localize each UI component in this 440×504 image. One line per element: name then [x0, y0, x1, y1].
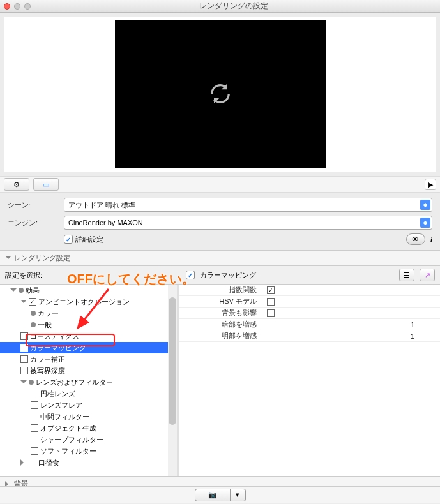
play-icon: ▶	[428, 181, 433, 189]
panels: 効果 アンビエントオクルージョン カラー 一般 コースティクス カラーマッピング…	[0, 285, 440, 476]
prop-dark: 暗部を増感1	[179, 319, 440, 330]
tree-checkbox[interactable]	[31, 436, 38, 443]
tree-panel: 効果 アンビエントオクルージョン カラー 一般 コースティクス カラーマッピング…	[0, 285, 179, 476]
bullet-icon	[19, 288, 24, 293]
play-button[interactable]: ▶	[425, 179, 436, 190]
dark-value[interactable]: 1	[411, 321, 414, 329]
export-button[interactable]: ↗	[420, 269, 435, 281]
bullet-icon	[29, 380, 34, 385]
tree-checkbox[interactable]	[20, 332, 28, 340]
tree-colorcorrect[interactable]: カラー補正	[0, 353, 177, 365]
rendering-section-label: レンダリング設定	[14, 253, 70, 263]
tree-objgen[interactable]: オブジェクト生成	[0, 422, 177, 434]
list-icon: ☰	[404, 271, 410, 279]
prop-bg: 背景も影響	[179, 308, 440, 319]
list-view-button[interactable]: ☰	[399, 269, 414, 281]
preview-toolbar: ⚙ ▭ ▶	[0, 176, 440, 193]
tree-checkbox[interactable]	[20, 344, 28, 352]
engine-label: エンジン:	[8, 218, 59, 228]
camera-button[interactable]: 📷	[195, 489, 231, 501]
rendering-section-header[interactable]: レンダリング設定	[0, 250, 440, 266]
settings-select-row: 設定を選択: カラーマッピング ☰ ↗	[0, 266, 440, 285]
tree-effects[interactable]: 効果	[0, 285, 177, 296]
bg-checkbox[interactable]	[267, 309, 275, 317]
tree-softfilter[interactable]: ソフトフィルター	[0, 445, 177, 457]
export-icon: ↗	[425, 271, 430, 279]
chevron-down-icon: ▾	[236, 491, 239, 499]
disclosure-triangle-icon	[5, 256, 11, 262]
scene-value: アウトドア 晴れ 標準	[68, 200, 135, 210]
minimize-button[interactable]	[14, 3, 20, 10]
detail-checkbox[interactable]	[64, 235, 73, 244]
tree-caustics[interactable]: コースティクス	[0, 330, 177, 342]
hsv-checkbox[interactable]	[267, 298, 275, 306]
chevron-icon	[10, 288, 17, 295]
tree-color[interactable]: カラー	[0, 308, 177, 319]
sync-view-button[interactable]: ▭	[33, 178, 59, 191]
preview-frame	[4, 17, 436, 172]
settings-button[interactable]: ⚙	[4, 178, 29, 191]
tree-lensflare[interactable]: レンズフレア	[0, 399, 177, 411]
tree-lensfilter[interactable]: レンズおよびフィルター	[0, 376, 177, 388]
tree-checkbox[interactable]	[31, 401, 38, 409]
gear-icon: ⚙	[13, 181, 20, 189]
preview-canvas	[115, 20, 326, 168]
dropdown-arrows-icon	[420, 200, 430, 210]
tree-checkbox[interactable]	[31, 390, 38, 397]
preview-area	[0, 13, 440, 176]
scene-label: シーン:	[8, 200, 59, 210]
prop-hsv: HSV モデル	[179, 296, 440, 308]
engine-value: CineRender by MAXON	[68, 219, 143, 226]
refresh-icon	[208, 81, 233, 108]
chevron-icon	[20, 300, 27, 306]
tree-checkbox[interactable]	[31, 424, 38, 432]
tree-dof[interactable]: 被写界深度	[0, 365, 177, 376]
form-area: シーン: アウトドア 晴れ 標準 エンジン: CineRender by MAX…	[0, 193, 440, 250]
tree-checkbox[interactable]	[20, 355, 28, 363]
tree-checkbox[interactable]	[31, 447, 38, 455]
scrollbar[interactable]	[168, 285, 177, 476]
detail-label: 詳細設定	[75, 235, 103, 244]
window-icon: ▭	[43, 181, 49, 189]
colormapping-header-label: カラーマッピング	[200, 271, 256, 280]
engine-select[interactable]: CineRender by MAXON	[64, 216, 432, 230]
chevron-icon	[20, 380, 27, 387]
colormapping-enable-checkbox[interactable]	[186, 271, 195, 279]
tree-colormapping[interactable]: カラーマッピング	[0, 342, 177, 353]
tree-ambient[interactable]: アンビエントオクルージョン	[0, 296, 177, 308]
preview-eye-button[interactable]: 👁	[406, 233, 425, 245]
tree-general[interactable]: 一般	[0, 319, 177, 330]
tree-checkbox[interactable]	[29, 459, 36, 466]
camera-icon: 📷	[208, 491, 217, 499]
bright-value[interactable]: 1	[411, 332, 414, 340]
scene-select[interactable]: アウトドア 晴れ 標準	[64, 198, 432, 212]
tree-sharpfilter[interactable]: シャープフィルター	[0, 434, 177, 445]
info-icon[interactable]: i	[430, 235, 432, 243]
properties-panel: 指数関数 HSV モデル 背景も影響 暗部を増感1 明部を増感1	[179, 285, 440, 476]
tree-checkbox[interactable]	[31, 413, 38, 420]
camera-dropdown-button[interactable]: ▾	[231, 489, 246, 501]
tree-checkbox[interactable]	[20, 367, 28, 374]
footer: 📷 ▾	[0, 486, 440, 503]
window-title: レンダリングの設定	[31, 1, 436, 11]
bullet-icon	[31, 322, 36, 327]
close-button[interactable]	[4, 3, 10, 10]
zoom-button[interactable]	[24, 3, 31, 10]
dropdown-arrows-icon	[420, 218, 430, 228]
select-label: 設定を選択:	[5, 271, 42, 280]
bullet-icon	[31, 311, 36, 316]
titlebar: レンダリングの設定	[0, 0, 440, 13]
exponent-checkbox[interactable]	[267, 286, 275, 294]
tree-cylens[interactable]: 円柱レンズ	[0, 388, 177, 399]
tree-checkbox[interactable]	[29, 298, 36, 306]
tree-vignette[interactable]: 口径食	[0, 457, 177, 468]
window-controls	[4, 3, 31, 10]
scrollbar-thumb[interactable]	[169, 297, 176, 425]
tree-midfilter[interactable]: 中間フィルター	[0, 411, 177, 422]
prop-bright: 明部を増感1	[179, 330, 440, 342]
prop-exponent: 指数関数	[179, 285, 440, 296]
chevron-icon	[20, 459, 27, 466]
eye-icon: 👁	[412, 235, 419, 243]
